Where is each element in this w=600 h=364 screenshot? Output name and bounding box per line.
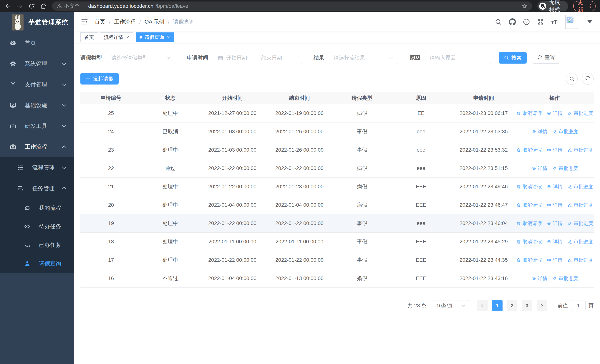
fullscreen-icon[interactable] (537, 18, 544, 25)
sidebar: 芋道管理系统 首页系统管理支付管理基础设施研发工具工作流程流程管理任务管理我的流… (0, 12, 74, 364)
sidebar-item-home[interactable]: 首页 (0, 33, 74, 53)
bookmark-star-icon[interactable] (521, 3, 527, 9)
collapse-sidebar-icon[interactable] (81, 18, 88, 26)
cell-actions: 取消请假详情审批进度 (516, 220, 593, 227)
sidebar-item-process-management[interactable]: 流程管理 (0, 157, 74, 178)
help-icon[interactable]: ? (523, 18, 530, 25)
cancel-leave-link[interactable]: 取消请假 (516, 184, 542, 190)
progress-link[interactable]: 审批进度 (567, 147, 593, 153)
cell-start-time: 2022-01-03 00:00:00 (199, 147, 266, 153)
table-row[interactable]: 24已取消2022-01-03 00:00:002022-01-26 00:00… (80, 122, 594, 141)
sidebar-item-infrastructure[interactable]: 基础设施 (0, 95, 74, 116)
table-row[interactable]: 25处理中2021-12-27 00:00:002022-01-19 00:00… (80, 104, 594, 122)
progress-link[interactable]: 审批进度 (552, 165, 578, 172)
avatar-caret-icon[interactable] (586, 18, 593, 25)
browser-reload-icon[interactable] (28, 3, 35, 9)
breadcrumb-item[interactable]: OA 示例 (145, 18, 164, 26)
sidebar-item-task-management[interactable]: 任务管理 (0, 178, 74, 199)
prev-page-button[interactable] (477, 300, 488, 311)
tag-view-tab[interactable]: 流程详情 (100, 32, 133, 42)
detail-link[interactable]: 详情 (547, 110, 562, 117)
detail-link[interactable]: 详情 (547, 184, 562, 190)
cell-end-time: 2022-01-11 00:00:00 (266, 239, 333, 245)
cancel-leave-link[interactable]: 取消请假 (516, 257, 542, 263)
toggle-search-button[interactable] (566, 73, 578, 85)
page-button-3[interactable]: 3 (522, 300, 532, 311)
reason-input[interactable]: 请输入原因 (425, 52, 491, 64)
detail-link[interactable]: 详情 (547, 220, 562, 227)
browser-home-icon[interactable] (40, 3, 47, 9)
page-button-2[interactable]: 2 (507, 300, 517, 311)
refresh-table-button[interactable] (582, 73, 594, 85)
security-warning-icon[interactable] (57, 3, 62, 9)
sidebar-item-dev-tools[interactable]: 研发工具 (0, 116, 74, 136)
address-bar[interactable]: 不安全 dashboard.yudao.iocoder.cn/bpm/oa/le… (52, 1, 532, 11)
progress-link[interactable]: 审批进度 (567, 202, 593, 208)
browser-menu-icon[interactable] (587, 3, 593, 9)
result-select[interactable]: 请选择流结果 (329, 52, 398, 64)
cancel-leave-link[interactable]: 取消请假 (516, 239, 542, 245)
table-row[interactable]: 19处理中2022-01-22 00:00:002022-01-22 00:00… (80, 214, 594, 233)
cancel-leave-link-label: 取消请假 (523, 239, 542, 245)
browser-forward-icon[interactable] (16, 3, 23, 9)
cancel-leave-link[interactable]: 取消请假 (516, 220, 542, 227)
table-row[interactable]: 17处理中2022-01-22 00:00:002022-01-22 00:00… (80, 251, 594, 269)
table-row[interactable]: 18处理中2022-01-11 00:00:002022-01-11 00:00… (80, 233, 594, 251)
detail-link[interactable]: 详情 (547, 257, 562, 263)
detail-link[interactable]: 详情 (547, 147, 562, 153)
progress-link[interactable]: 审批进度 (552, 275, 578, 282)
cancel-leave-link-label: 取消请假 (523, 257, 542, 263)
cell-apply-time: 2022-01-22 23:45:29 (451, 239, 516, 245)
cancel-leave-link[interactable]: 取消请假 (516, 110, 542, 117)
detail-link[interactable]: 详情 (531, 165, 547, 172)
page-button-1[interactable]: 1 (492, 300, 503, 311)
table-row[interactable]: 23处理中2022-01-03 00:00:002022-01-26 00:00… (80, 141, 594, 159)
font-size-icon[interactable]: TT (551, 18, 558, 25)
next-page-button[interactable] (537, 300, 547, 311)
breadcrumb-item[interactable]: 工作流程 (114, 18, 136, 26)
sidebar-item-todo-tasks[interactable]: 待办任务 (0, 217, 74, 236)
progress-link[interactable]: 审批进度 (552, 129, 578, 135)
goto-page-input[interactable]: 1 (571, 300, 586, 311)
detail-link[interactable]: 详情 (531, 129, 547, 135)
table-row[interactable]: 20处理中2022-01-04 00:00:002022-01-04 00:00… (80, 196, 594, 214)
table-row[interactable]: 21处理中2022-01-22 00:00:002022-01-23 00:00… (80, 177, 594, 196)
cancel-leave-link[interactable]: 取消请假 (516, 147, 542, 153)
cancel-leave-link[interactable]: 取消请假 (516, 202, 542, 208)
progress-link[interactable]: 审批进度 (567, 220, 593, 227)
detail-link[interactable]: 详情 (531, 275, 547, 282)
search-button[interactable]: 搜索 (499, 52, 527, 64)
create-leave-button[interactable]: 发起请假 (80, 73, 119, 84)
sidebar-logo[interactable]: 芋道管理系统 (0, 12, 74, 33)
leave-type-select[interactable]: 请选择请假类型 (107, 52, 175, 64)
close-tab-icon[interactable] (126, 35, 130, 39)
browser-update-button[interactable]: 更新 (573, 1, 596, 11)
detail-link[interactable]: 详情 (547, 202, 562, 208)
tag-view-tab[interactable]: 首页 (80, 32, 98, 42)
apply-time-range-picker[interactable]: 开始日期 - 结束日期 (213, 52, 302, 64)
progress-link[interactable]: 审批进度 (567, 239, 593, 245)
page-size-select[interactable]: 10条/页 (433, 300, 469, 311)
progress-link[interactable]: 审批进度 (567, 110, 593, 117)
header-search-icon[interactable] (495, 18, 502, 25)
sidebar-item-payment-management[interactable]: 支付管理 (0, 74, 74, 95)
sidebar-item-leave-query[interactable]: 请假查询 (0, 254, 74, 273)
tag-view-tab[interactable]: 请假查询 (136, 32, 174, 42)
progress-link[interactable]: 审批进度 (567, 257, 593, 263)
sidebar-item-done-tasks[interactable]: 已办任务 (0, 236, 74, 254)
table-row[interactable]: 16不通过2022-01-04 00:00:002022-01-13 00:00… (80, 269, 594, 288)
cell-status: 处理中 (141, 220, 199, 227)
github-icon[interactable] (509, 18, 516, 25)
breadcrumb-item[interactable]: 首页 (94, 18, 105, 26)
browser-back-icon[interactable] (4, 3, 11, 9)
detail-link[interactable]: 详情 (547, 239, 562, 245)
progress-link[interactable]: 审批进度 (567, 184, 593, 190)
sidebar-item-system-management[interactable]: 系统管理 (0, 53, 74, 74)
briefcase-icon (10, 143, 16, 150)
avatar[interactable] (565, 15, 579, 29)
reset-button[interactable]: 重置 (532, 52, 560, 64)
sidebar-item-my-process[interactable]: 我的流程 (0, 199, 74, 217)
table-row[interactable]: 22通过2022-01-22 00:00:002022-01-22 00:00:… (80, 159, 594, 177)
close-tab-icon[interactable] (167, 35, 170, 39)
sidebar-item-workflow[interactable]: 工作流程 (0, 136, 74, 157)
